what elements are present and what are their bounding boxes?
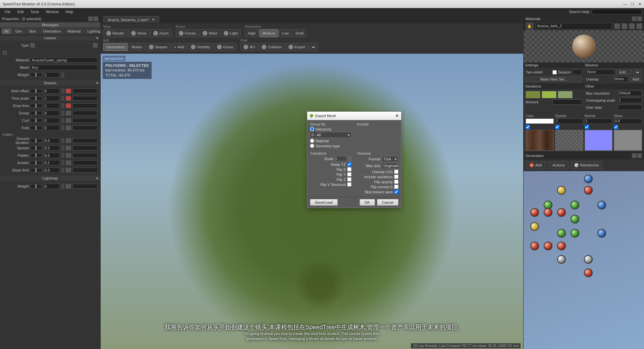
gloss-enabled-checkbox[interactable] xyxy=(614,125,618,129)
prop-chip[interactable] xyxy=(66,138,71,143)
prop-chip[interactable] xyxy=(66,118,71,123)
user-data-input[interactable] xyxy=(618,105,642,110)
prop-slider[interactable] xyxy=(30,111,42,115)
prop-chip[interactable] xyxy=(66,126,71,130)
res-medium-button[interactable]: Medium xyxy=(259,29,278,37)
flip-normal-g-checkbox[interactable] xyxy=(394,185,398,189)
graph-node[interactable] xyxy=(557,186,566,195)
tab-material[interactable]: Material xyxy=(64,28,84,34)
hierarchy-dropdown[interactable]: 0 - All▾ xyxy=(310,132,352,138)
prop-chip[interactable] xyxy=(66,89,71,93)
graph-node[interactable] xyxy=(584,255,593,264)
color-value[interactable] xyxy=(526,118,554,124)
prop-slider[interactable] xyxy=(30,153,42,157)
prop-extra[interactable] xyxy=(72,126,98,130)
prop-input[interactable] xyxy=(44,96,60,101)
include-variations-checkbox[interactable] xyxy=(394,174,398,179)
dialog-titlebar[interactable]: 🌳 Export Mesh ✕ xyxy=(307,112,401,120)
minimize-button[interactable]: — xyxy=(623,2,627,6)
prop-slider[interactable] xyxy=(30,104,42,108)
season-input[interactable] xyxy=(573,69,582,75)
weight-slider[interactable] xyxy=(30,73,42,77)
type-minus-icon[interactable] xyxy=(30,43,35,48)
prop-slider[interactable] xyxy=(30,118,42,122)
gen-add-button[interactable]: +Add xyxy=(526,161,546,169)
nodes-button[interactable]: Nodes xyxy=(128,43,145,51)
graph-node[interactable] xyxy=(557,242,566,250)
lightmap-extra[interactable] xyxy=(72,184,98,189)
opacity-value[interactable]: 1 xyxy=(555,118,583,124)
opacity-map-thumb[interactable] xyxy=(555,130,583,151)
zoom-button[interactable]: Zoom xyxy=(150,29,172,37)
prop-spinner[interactable] xyxy=(61,167,64,173)
graph-node[interactable] xyxy=(530,222,539,231)
prop-chip[interactable] xyxy=(66,153,71,158)
format-dropdown[interactable]: TGA▾ xyxy=(382,156,398,162)
prop-slider[interactable] xyxy=(30,89,42,93)
light-button[interactable]: Light xyxy=(221,29,241,37)
graph-node[interactable] xyxy=(557,229,566,238)
prop-input[interactable] xyxy=(44,110,60,116)
prop-chip[interactable] xyxy=(66,103,71,108)
graph-node[interactable] xyxy=(584,174,593,183)
prop-extra[interactable] xyxy=(72,146,98,150)
mesh-arrow-button[interactable]: ➡ xyxy=(633,69,642,75)
prop-extra[interactable] xyxy=(72,153,98,158)
messages-bar[interactable]: Messages xyxy=(0,22,100,28)
show-button[interactable]: Show xyxy=(128,29,150,37)
lightmap-section-header[interactable]: Lightmap▾ xyxy=(0,176,100,181)
prop-extra[interactable] xyxy=(72,89,98,93)
graph-node[interactable] xyxy=(597,229,606,238)
lightmap-chip[interactable] xyxy=(66,184,71,189)
flip-z-checkbox[interactable] xyxy=(347,177,352,182)
edit-mesh-button[interactable]: Edit... xyxy=(616,69,632,75)
graph-node[interactable] xyxy=(530,208,539,217)
menu-help[interactable]: Help xyxy=(63,9,76,14)
lightmap-weight-spinner[interactable] xyxy=(61,184,64,189)
generators-button[interactable]: Generators xyxy=(103,43,128,51)
close-panel-icon[interactable] xyxy=(94,16,98,21)
gizmo-button[interactable]: Gizmo xyxy=(214,43,237,51)
render-button[interactable]: Render xyxy=(103,29,127,37)
cancel-button[interactable]: Cancel xyxy=(377,199,398,206)
graph-node[interactable] xyxy=(584,186,593,195)
prop-extra[interactable] xyxy=(72,160,98,165)
prop-slider[interactable] xyxy=(30,139,42,143)
color-map-thumb[interactable] xyxy=(526,130,554,151)
prop-spinner[interactable] xyxy=(61,160,64,165)
back-button[interactable]: ⬅ xyxy=(309,43,318,51)
tab-all[interactable]: All xyxy=(1,28,11,34)
undock-icon[interactable] xyxy=(632,153,637,158)
swap-yz-checkbox[interactable] xyxy=(347,162,352,166)
material-name-combo[interactable]: Acacia_bark_2 xyxy=(536,23,612,30)
prop-extra[interactable] xyxy=(72,138,98,143)
leaves-section-header[interactable]: Leaves ▾ xyxy=(0,35,100,41)
res-high-button[interactable]: High xyxy=(245,29,259,37)
graph-node[interactable] xyxy=(571,215,579,223)
graph-node[interactable] xyxy=(544,208,552,217)
prop-spinner[interactable] xyxy=(61,153,64,158)
prop-slider[interactable] xyxy=(30,146,42,150)
prop-chip[interactable] xyxy=(66,96,71,101)
prop-input[interactable] xyxy=(44,153,60,158)
prop-spinner[interactable] xyxy=(61,96,64,101)
document-tab[interactable]: Acacia_Savanna_1.spm* ✕ xyxy=(103,16,159,23)
gen-randomize-button[interactable]: 🎲Randomize xyxy=(571,161,603,169)
graph-node[interactable] xyxy=(584,268,593,277)
prop-slider[interactable] xyxy=(30,161,42,165)
menu-window[interactable]: Window xyxy=(43,9,61,14)
flip-x-checkbox[interactable] xyxy=(347,167,352,171)
material-radio[interactable] xyxy=(310,139,314,143)
prop-input[interactable] xyxy=(44,145,60,151)
undock-icon[interactable] xyxy=(88,16,93,21)
material-combo[interactable]: AcaciaCluster_spring xyxy=(30,57,98,63)
menu-tools[interactable]: Tools xyxy=(28,9,42,14)
prop-spinner[interactable] xyxy=(61,118,64,123)
scale-spinner[interactable] xyxy=(348,156,352,161)
visibility-button[interactable]: Visibility xyxy=(188,43,213,51)
material-preview[interactable] xyxy=(524,30,644,62)
graph-node[interactable] xyxy=(597,201,606,209)
graph-node[interactable] xyxy=(530,242,539,250)
normal-map-thumb[interactable] xyxy=(585,130,613,151)
dialog-close-icon[interactable]: ✕ xyxy=(395,113,399,118)
